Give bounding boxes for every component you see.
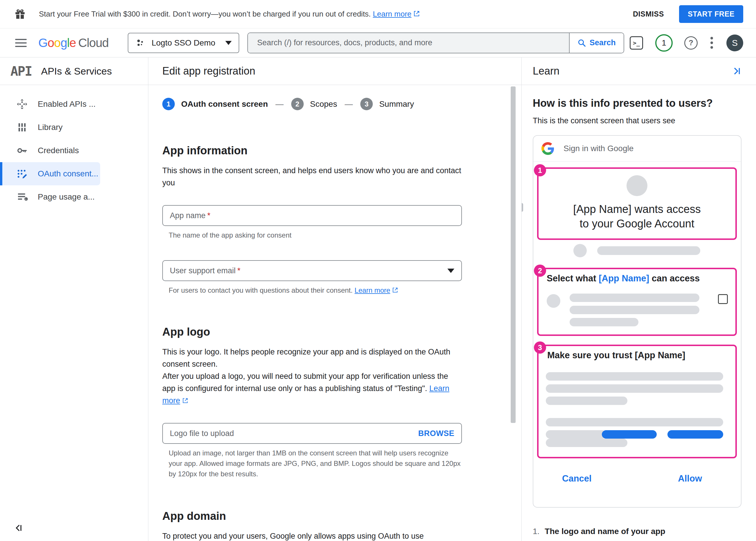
app-logo-description-2: After you upload a logo, you will need t…: [162, 370, 462, 407]
notifications-badge[interactable]: 1: [655, 34, 673, 52]
more-options-icon[interactable]: [710, 35, 713, 51]
sidebar-item-page-usage[interactable]: Page usage a...: [0, 185, 148, 209]
search-input[interactable]: [248, 38, 569, 47]
highlight-box-app-identity: 1 [App Name] wants access to your Google…: [537, 167, 737, 240]
skeleton-bar: [570, 293, 699, 302]
cancel-button: Cancel: [562, 473, 592, 484]
learn-subheading: This is the consent screen that users se…: [533, 116, 742, 125]
step-separator: —: [276, 100, 284, 109]
dismiss-button[interactable]: DISMISS: [626, 6, 671, 22]
cloud-shell-icon[interactable]: >_: [630, 36, 643, 50]
skeleton-bar: [546, 372, 723, 380]
required-mark: *: [237, 266, 241, 275]
page-usage-icon: [16, 191, 28, 203]
skeleton-link-row: [546, 430, 723, 439]
scopes-title: Select what [App Name] can access: [547, 273, 728, 284]
search-field-area: [248, 33, 569, 53]
learn-header: Learn: [522, 57, 756, 85]
section-heading: App domain: [162, 510, 495, 522]
trust-text-skeleton: [546, 372, 723, 447]
logo-upload-helper: Upload an image, not larger than 1MB on …: [169, 448, 462, 479]
content-area: API APIs & Services E: [0, 57, 756, 541]
sidebar-item-oauth-consent[interactable]: OAuth consent...: [0, 162, 100, 185]
sign-in-with-google-label: Sign in with Google: [564, 144, 633, 153]
logo-upload-field[interactable]: Logo file to upload BROWSE: [162, 423, 462, 444]
callout-badge-3: 3: [534, 341, 546, 353]
project-name: Logto SSO Demo: [152, 38, 215, 48]
step-number: 1: [162, 98, 175, 110]
consent-actions: Cancel Allow: [537, 458, 737, 484]
helper-text: For users to contact you with questions …: [169, 286, 354, 294]
search-button-label: Search: [590, 38, 616, 47]
free-trial-banner: Start your Free Trial with $300 in credi…: [0, 0, 756, 28]
email-learn-more-link[interactable]: Learn more: [354, 286, 390, 294]
legend-text: The logo and name of your app: [545, 527, 665, 536]
sidebar-item-credentials[interactable]: Credentials: [0, 139, 148, 162]
step-label: OAuth consent screen: [181, 100, 268, 109]
collapse-panel-icon[interactable]: [731, 66, 741, 76]
logo-letter: e: [69, 36, 76, 50]
stepper: 1 OAuth consent screen — 2 Scopes — 3 Su…: [162, 98, 495, 110]
google-g-icon: [541, 142, 554, 155]
step-separator: —: [345, 100, 353, 109]
external-link-icon: [182, 397, 188, 404]
scope-text-skeleton: [570, 293, 699, 326]
step-scopes[interactable]: 2 Scopes: [291, 98, 337, 110]
legend-number: 1.: [533, 527, 539, 536]
scopes-title-appname: [App Name]: [599, 273, 649, 283]
sidebar-header: API APIs & Services: [0, 57, 148, 85]
enabled-apis-icon: [16, 98, 28, 110]
sidebar-item-label: Credentials: [38, 146, 79, 155]
banner-learn-more-link[interactable]: Learn more: [373, 10, 411, 18]
learn-question-heading: How is this info presented to users?: [533, 97, 742, 109]
app-name-field[interactable]: App name *: [162, 205, 462, 226]
api-product-icon: API: [10, 64, 32, 79]
project-icon: [135, 38, 145, 48]
step-oauth-consent-screen[interactable]: 1 OAuth consent screen: [162, 98, 268, 110]
collapse-sidebar-button[interactable]: [14, 523, 24, 533]
sidebar-item-enabled-apis[interactable]: Enabled APIs ...: [0, 93, 148, 116]
menu-icon[interactable]: [15, 37, 27, 49]
sidebar-title: APIs & Services: [41, 66, 112, 77]
start-free-button[interactable]: START FREE: [679, 5, 743, 23]
account-email-skeleton: [597, 246, 700, 255]
page-title: Edit app registration: [162, 65, 255, 77]
scope-icon-skeleton: [547, 294, 560, 308]
dropdown-caret-icon: [447, 269, 454, 273]
skeleton-bar: [570, 306, 699, 314]
consent-screen-preview: Sign in with Google 1 [App Name] wants a…: [533, 135, 741, 508]
highlight-box-scopes: 2 Select what [App Name] can access: [537, 268, 737, 336]
skeleton-bar: [546, 418, 723, 426]
browse-button[interactable]: BROWSE: [418, 429, 455, 438]
trust-title: Make sure you trust [App Name]: [547, 350, 723, 360]
project-selector[interactable]: Logto SSO Demo: [128, 33, 239, 53]
sidebar-item-library[interactable]: Library: [0, 116, 148, 139]
logo-letter: o: [48, 36, 54, 50]
search-button[interactable]: Search: [569, 33, 624, 53]
consent-title: [App Name] wants access to your Google A…: [569, 202, 705, 231]
learn-body: How is this info presented to users? Thi…: [522, 85, 756, 536]
scope-checkbox: [718, 294, 728, 304]
main-header: Edit app registration: [148, 57, 521, 85]
panel-resize-handle[interactable]: [521, 203, 523, 212]
step-summary[interactable]: 3 Summary: [360, 98, 414, 110]
avatar[interactable]: S: [726, 35, 743, 51]
section-description: To protect you and your users, Google on…: [162, 530, 462, 541]
skeleton-bar: [570, 318, 638, 326]
banner-message: Start your Free Trial with $300 in credi…: [39, 10, 420, 19]
user-support-email-label: User support email: [170, 266, 236, 275]
gift-icon: [14, 8, 26, 20]
account-row-skeleton: [573, 244, 737, 257]
sidebar-item-label: Page usage a...: [38, 192, 95, 202]
sidebar: API APIs & Services E: [0, 57, 148, 541]
main-body: 1 OAuth consent screen — 2 Scopes — 3 Su…: [148, 85, 521, 541]
skeleton-link-bar: [667, 430, 723, 439]
google-cloud-logo[interactable]: GoogleCloud: [38, 36, 109, 50]
app-logo-description-1: This is your logo. It helps people recog…: [162, 346, 462, 370]
description-text: After you upload a logo, you will need t…: [162, 372, 448, 393]
user-support-email-select[interactable]: User support email *: [162, 260, 462, 281]
user-support-email-helper: For users to contact you with questions …: [169, 285, 462, 295]
help-icon[interactable]: ?: [684, 36, 698, 50]
logo-letter: o: [54, 36, 60, 50]
main-scrollbar[interactable]: [511, 86, 516, 423]
